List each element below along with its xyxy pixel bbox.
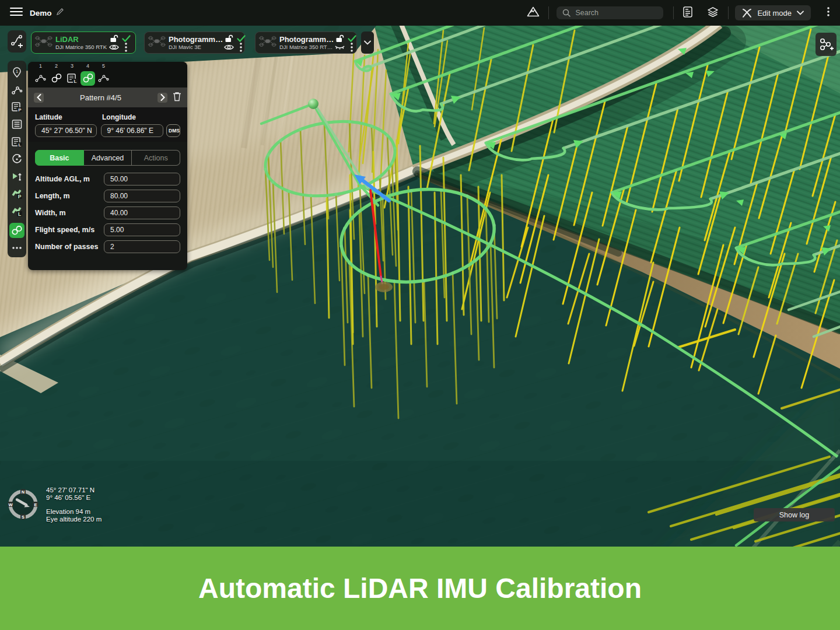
svg-text:N: N	[22, 489, 24, 495]
svg-text:P: P	[18, 107, 22, 113]
svg-text:L: L	[18, 211, 21, 217]
svg-text:L: L	[74, 79, 76, 84]
svg-text:L: L	[19, 142, 22, 148]
svg-text:W: W	[8, 502, 13, 508]
svg-text:P: P	[18, 194, 22, 200]
svg-text:E: E	[34, 502, 37, 508]
svg-text:S: S	[22, 514, 24, 520]
svg-text:1: 1	[16, 68, 18, 74]
